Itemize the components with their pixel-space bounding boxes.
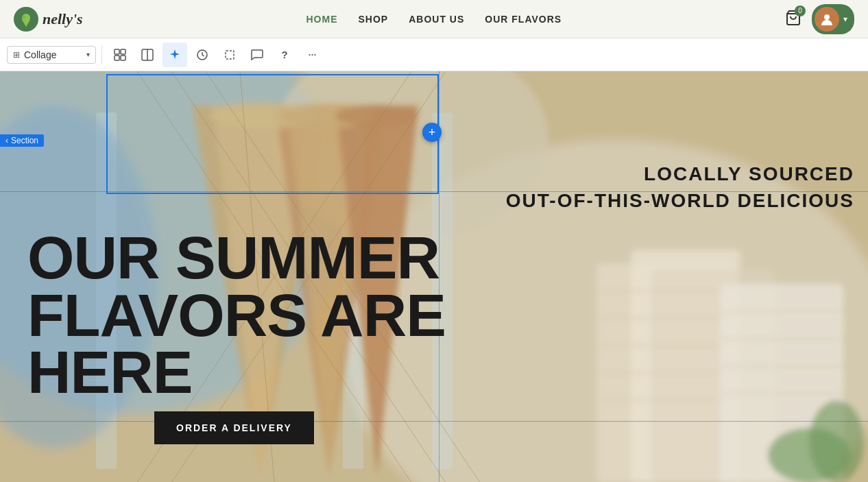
hero-subtitle-line1: LOCALLY SOURCED bbox=[506, 160, 854, 187]
svg-rect-6 bbox=[114, 56, 119, 60]
user-avatar bbox=[815, 7, 839, 32]
crop-button[interactable] bbox=[217, 43, 242, 67]
ellipsis-icon: ··· bbox=[308, 47, 316, 62]
nav-link-shop[interactable]: SHOP bbox=[359, 14, 389, 25]
hero-headline: OUR SUMMER FLAVORS ARE HERE bbox=[27, 229, 446, 401]
layout-grid-button[interactable] bbox=[108, 43, 132, 67]
nav-logo: nelly's bbox=[14, 7, 83, 32]
nav-link-about[interactable]: ABOUT US bbox=[409, 14, 464, 25]
order-delivery-button[interactable]: ORDER A DELIVERY bbox=[154, 411, 314, 444]
more-options-button[interactable]: ··· bbox=[300, 43, 324, 67]
nav-right: 0 ▾ bbox=[785, 4, 854, 34]
cart-button[interactable]: 0 bbox=[785, 10, 801, 29]
user-menu[interactable]: ▾ bbox=[812, 4, 854, 34]
svg-point-1 bbox=[23, 16, 25, 19]
hero-line3: HERE bbox=[27, 338, 193, 406]
help-button[interactable]: ? bbox=[272, 43, 297, 67]
horizontal-divider-bottom bbox=[0, 421, 868, 422]
question-mark-icon: ? bbox=[281, 49, 287, 60]
svg-rect-11 bbox=[226, 51, 234, 59]
logo-text: nelly's bbox=[43, 10, 83, 28]
hero-subtitle-line2: OUT-OF-THIS-WORLD DELICIOUS bbox=[506, 187, 854, 214]
add-section-button[interactable]: + bbox=[422, 123, 442, 142]
nav-link-flavors[interactable]: OUR FLAVORS bbox=[485, 14, 562, 25]
section-tag[interactable]: ‹ Section bbox=[0, 134, 44, 147]
nav-link-home[interactable]: HOME bbox=[306, 14, 338, 25]
collage-select-chevron: ▾ bbox=[86, 51, 90, 58]
ai-sparkle-button[interactable] bbox=[162, 43, 187, 67]
cart-badge: 0 bbox=[795, 5, 806, 16]
svg-rect-5 bbox=[121, 49, 125, 54]
top-nav: nelly's HOME SHOP ABOUT US OUR FLAVORS 0… bbox=[0, 0, 868, 38]
collage-select[interactable]: ⊞ Collage ▾ bbox=[7, 46, 96, 64]
collage-select-label: Collage bbox=[24, 49, 82, 60]
section-chevron-icon: ‹ bbox=[5, 136, 8, 145]
grid-small-icon: ⊞ bbox=[13, 50, 20, 60]
collage-selected-region bbox=[106, 74, 439, 194]
arrange-button[interactable] bbox=[190, 43, 215, 67]
nav-links: HOME SHOP ABOUT US OUR FLAVORS bbox=[306, 14, 562, 25]
svg-point-42 bbox=[809, 400, 864, 482]
toolbar-separator-1 bbox=[101, 45, 102, 64]
svg-point-3 bbox=[824, 14, 830, 20]
svg-rect-4 bbox=[114, 49, 119, 54]
comment-button[interactable] bbox=[245, 43, 269, 67]
main-content: ‹ Section + bbox=[0, 71, 868, 482]
hero-subtitle-area: LOCALLY SOURCED OUT-OF-THIS-WORLD DELICI… bbox=[506, 160, 854, 214]
chevron-down-icon: ▾ bbox=[843, 14, 847, 24]
hero-main-text: OUR SUMMER FLAVORS ARE HERE bbox=[27, 229, 446, 401]
layout-columns-button[interactable] bbox=[135, 43, 160, 67]
svg-rect-7 bbox=[121, 56, 125, 60]
section-label: Section bbox=[11, 136, 38, 145]
editor-toolbar: ⊞ Collage ▾ bbox=[0, 38, 868, 71]
logo-icon bbox=[14, 7, 38, 32]
